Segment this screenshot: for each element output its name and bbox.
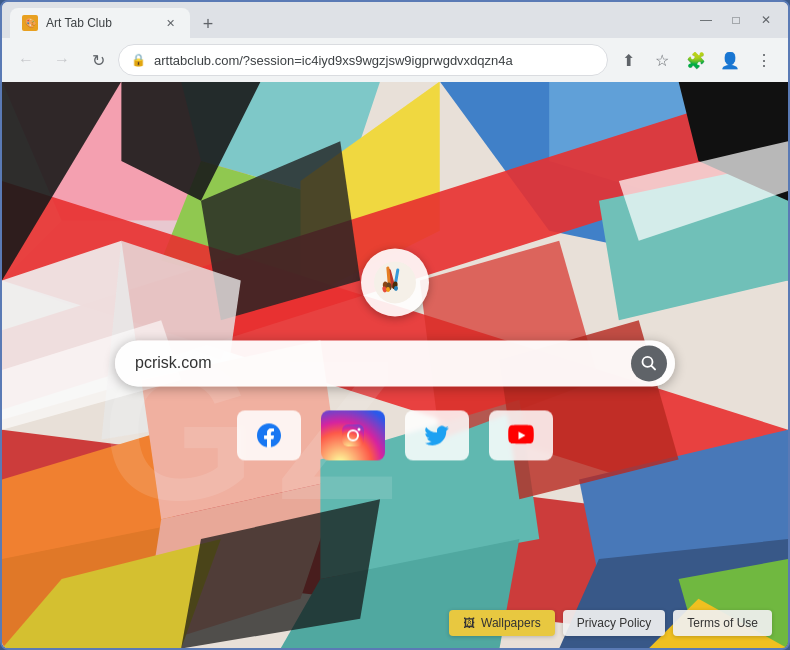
bottom-bar: 🖼 Wallpapers Privacy Policy Terms of Use — [449, 610, 772, 636]
instagram-icon — [339, 421, 367, 449]
facebook-link[interactable] — [237, 410, 301, 460]
tab-title: Art Tab Club — [46, 16, 154, 30]
profile-button[interactable]: 👤 — [714, 44, 746, 76]
share-button[interactable]: ⬆ — [612, 44, 644, 76]
wallpapers-label: Wallpapers — [481, 616, 541, 630]
search-box[interactable] — [115, 340, 675, 386]
bookmark-button[interactable]: ☆ — [646, 44, 678, 76]
privacy-policy-button[interactable]: Privacy Policy — [563, 610, 666, 636]
terms-of-use-button[interactable]: Terms of Use — [673, 610, 772, 636]
back-button[interactable]: ← — [10, 44, 42, 76]
youtube-icon — [507, 421, 535, 449]
wallpapers-icon: 🖼 — [463, 616, 475, 630]
tab-area: 🎨 Art Tab Club ✕ + — [10, 2, 688, 38]
maximize-button[interactable]: □ — [722, 6, 750, 34]
tab-favicon: 🎨 — [22, 15, 38, 31]
svg-rect-47 — [342, 424, 364, 446]
twitter-link[interactable] — [405, 410, 469, 460]
facebook-icon — [255, 421, 283, 449]
search-button[interactable] — [631, 345, 667, 381]
address-text: arttabclub.com/?session=ic4iyd9xs9wgzjsw… — [154, 53, 595, 68]
search-area — [115, 248, 675, 460]
browser-window: 🎨 Art Tab Club ✕ + — □ ✕ ← → ↻ 🔒 arttabc… — [0, 0, 790, 650]
twitter-icon — [423, 421, 451, 449]
social-icons — [237, 410, 553, 460]
instagram-link[interactable] — [321, 410, 385, 460]
window-controls: — □ ✕ — [692, 6, 780, 34]
address-bar[interactable]: 🔒 arttabclub.com/?session=ic4iyd9xs9wgzj… — [118, 44, 608, 76]
paintbrush-svg — [373, 260, 417, 304]
terms-label: Terms of Use — [687, 616, 758, 630]
nav-bar: ← → ↻ 🔒 arttabclub.com/?session=ic4iyd9x… — [2, 38, 788, 82]
new-tab-button[interactable]: + — [194, 10, 222, 38]
refresh-button[interactable]: ↻ — [82, 44, 114, 76]
active-tab[interactable]: 🎨 Art Tab Club ✕ — [10, 8, 190, 38]
page-content: GZ — [2, 82, 788, 648]
search-icon — [641, 355, 657, 371]
extensions-button[interactable]: 🧩 — [680, 44, 712, 76]
search-input[interactable] — [135, 354, 631, 372]
tab-close-button[interactable]: ✕ — [162, 15, 178, 31]
title-bar: 🎨 Art Tab Club ✕ + — □ ✕ — [2, 2, 788, 38]
privacy-label: Privacy Policy — [577, 616, 652, 630]
logo-icon — [361, 248, 429, 316]
nav-actions: ⬆ ☆ 🧩 👤 ⋮ — [612, 44, 780, 76]
lock-icon: 🔒 — [131, 53, 146, 67]
youtube-link[interactable] — [489, 410, 553, 460]
svg-line-46 — [652, 366, 656, 370]
minimize-button[interactable]: — — [692, 6, 720, 34]
svg-point-50 — [358, 428, 361, 431]
forward-button[interactable]: → — [46, 44, 78, 76]
menu-button[interactable]: ⋮ — [748, 44, 780, 76]
close-button[interactable]: ✕ — [752, 6, 780, 34]
wallpapers-button[interactable]: 🖼 Wallpapers — [449, 610, 555, 636]
